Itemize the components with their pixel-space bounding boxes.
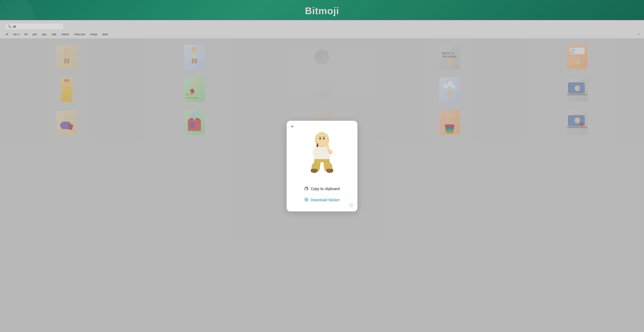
download-sticker-button[interactable]: Download Sticker [292, 194, 352, 206]
sticker-detail-modal: × [286, 121, 358, 212]
modal-overlay[interactable]: × [0, 0, 644, 332]
svg-point-56 [320, 138, 321, 139]
svg-rect-65 [305, 188, 307, 190]
copy-to-clipboard-button[interactable]: Copy to clipboard [292, 183, 352, 194]
bitmoji-sitting-thinking [305, 130, 339, 178]
clipboard-icon [304, 186, 308, 191]
modal-sticker-area [292, 126, 352, 183]
download-icon [304, 198, 308, 202]
modal-actions: Copy to clipboard Download Sticker [292, 183, 352, 206]
modal-close-button[interactable]: × [291, 124, 294, 128]
svg-rect-61 [311, 169, 318, 172]
copy-label: Copy to clipboard [311, 187, 340, 191]
svg-rect-63 [326, 169, 333, 172]
svg-point-58 [322, 140, 322, 140]
svg-point-57 [324, 138, 324, 139]
download-label: Download Sticker [311, 198, 340, 202]
info-button[interactable]: ⓘ [349, 203, 353, 208]
